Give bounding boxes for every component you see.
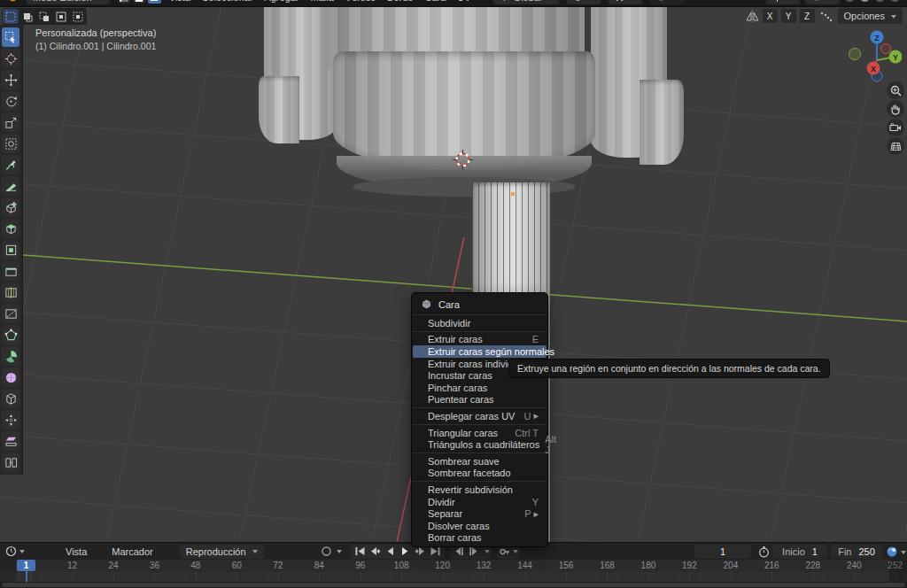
menu-item-sombrear-suave[interactable]: Sombrear suave (412, 455, 547, 468)
menu-item-disolver-caras[interactable]: Disolver caras (412, 520, 547, 532)
playback-dropdown[interactable]: Reproducción (180, 545, 264, 559)
menu-item-extruir-caras-segun-normales[interactable]: Extruir caras según normales (413, 345, 547, 358)
menu-item-pinchar-caras[interactable]: Pinchar caras (412, 382, 547, 394)
mirror-icon[interactable] (746, 11, 759, 22)
playback-sync-select[interactable] (886, 545, 906, 558)
show-gizmo-toggle[interactable] (766, 0, 800, 4)
vertex-select-mode-icon[interactable] (118, 0, 131, 4)
ruler-tick-label: 96 (355, 561, 365, 570)
tool-spin[interactable] (2, 346, 19, 366)
play-reverse-button[interactable] (383, 545, 398, 558)
timeline-menu-marcador[interactable]: Marcador (112, 546, 152, 557)
shading-material-icon[interactable] (875, 0, 885, 2)
menu-item-puentear-caras[interactable]: Puentear caras (412, 394, 547, 406)
tool-poly-build[interactable] (2, 325, 19, 344)
select-mode-invert-icon[interactable] (53, 9, 69, 24)
start-frame-field[interactable]: Inicio1 (772, 545, 827, 559)
timeline-menu-vista[interactable]: Vista (66, 546, 87, 557)
tool-smooth[interactable] (2, 368, 19, 387)
blender-logo-icon[interactable] (7, 0, 19, 3)
tool-cursor[interactable] (2, 49, 19, 68)
tool-add-cube[interactable] (2, 197, 19, 217)
menu-item-dividir[interactable]: DividirY (412, 496, 547, 508)
menu-malla[interactable]: Malla (311, 0, 334, 3)
tool-scale[interactable] (2, 112, 19, 132)
gizmo-minus-x[interactable] (881, 44, 891, 54)
tool-inset-faces[interactable] (2, 240, 19, 259)
mirror-y-button[interactable]: Y (781, 9, 796, 23)
current-frame-field[interactable]: 1 (694, 545, 751, 559)
menu-seleccionar[interactable]: Seleccionar (202, 0, 252, 3)
tool-move[interactable] (2, 70, 19, 89)
mirror-z-button[interactable]: Z (800, 9, 815, 23)
select-mode-new-icon[interactable] (3, 9, 19, 24)
gizmo-minus-y[interactable] (849, 49, 861, 60)
editor-type-select[interactable] (5, 545, 25, 557)
menu-item-sombrear-facetado[interactable]: Sombrear facetado (412, 468, 547, 480)
end-frame-field[interactable]: Fin250 (831, 545, 882, 559)
options-dropdown[interactable]: Opciones (838, 8, 903, 24)
snap-toggle[interactable] (609, 0, 642, 4)
face-select-mode-icon[interactable] (148, 0, 161, 4)
timeline-scrollbar[interactable] (0, 582, 907, 588)
menu-item-desplegar-caras-uv[interactable]: Desplegar caras UVU▸ (412, 410, 547, 422)
menu-item-borrar-caras[interactable]: Borrar caras (412, 532, 547, 545)
mirror-x-button[interactable]: X (763, 9, 778, 23)
falloff-icon[interactable] (820, 11, 833, 22)
jump-to-start-button[interactable] (353, 545, 368, 558)
menu-item-triangular-caras[interactable]: Triangular carasCtrl T (412, 427, 547, 439)
select-mode-subtract-icon[interactable] (36, 9, 52, 24)
proportional-edit-toggle[interactable] (650, 0, 684, 4)
tool-rotate[interactable] (2, 91, 19, 111)
prev-keyframe-button[interactable] (368, 545, 383, 558)
select-mode-extend-icon[interactable] (19, 9, 35, 24)
face-icon (421, 298, 432, 310)
tool-shrink-fatten[interactable] (2, 410, 19, 429)
tool-extrude-region[interactable] (2, 219, 19, 238)
tool-shear[interactable] (2, 431, 19, 451)
perspective-toggle-button[interactable] (887, 137, 904, 155)
tool-bevel[interactable] (2, 261, 19, 281)
playhead-frame-label[interactable]: 1 (17, 560, 35, 571)
overlays-toggle[interactable] (805, 0, 840, 4)
menu-vista[interactable]: Vista (169, 0, 190, 3)
shading-wireframe-icon[interactable] (845, 0, 855, 2)
mode-select[interactable]: Modo Edición (27, 0, 110, 4)
menu-item-revertir-subdivision[interactable]: Revertir subdivisión (412, 484, 547, 496)
menu-vertice[interactable]: Vértice (345, 0, 376, 3)
tool-annotate[interactable] (2, 155, 19, 174)
ruler-tick-label: 168 (600, 561, 615, 570)
auto-keying-toggle[interactable] (321, 545, 342, 557)
edge-select-mode-icon[interactable] (133, 0, 146, 4)
timeline-ruler[interactable]: 1224364860728496108120132144156168180192… (0, 560, 907, 588)
navigation-gizmo[interactable]: Z Y X (843, 25, 902, 83)
pan-hand-button[interactable] (887, 100, 904, 118)
tool-rip-region[interactable] (2, 453, 19, 472)
shading-solid-icon[interactable] (860, 0, 870, 2)
tool-edge-slide[interactable] (2, 389, 19, 408)
menu-cara[interactable]: Cara (424, 0, 446, 3)
tool-select-box[interactable] (2, 27, 19, 47)
pivot-point-select[interactable] (567, 0, 601, 4)
main-header: Modo Edición Vista Seleccionar Agregar M… (0, 0, 907, 7)
menu-agregar[interactable]: Agregar (264, 0, 298, 3)
chevron-down-icon (252, 550, 258, 556)
play-button[interactable] (398, 545, 413, 558)
menu-item-subdividir[interactable]: Subdividir (412, 317, 547, 329)
tool-measure[interactable] (2, 176, 19, 196)
menu-item-triangulos-a-cuadrilateros[interactable]: Triángulos a cuadriláterosAlt J (412, 438, 547, 451)
menu-item-extruir-caras[interactable]: Extruir carasE (412, 334, 547, 346)
transform-orientation-select[interactable]: Global (493, 0, 560, 4)
ruler-tick-label: 24 (108, 561, 118, 570)
menu-borde[interactable]: Borde (387, 0, 413, 3)
scrollbar-thumb[interactable] (2, 583, 905, 587)
shading-rendered-icon[interactable] (890, 0, 900, 2)
camera-view-button[interactable] (887, 119, 904, 136)
tool-loop-cut[interactable] (2, 282, 19, 302)
select-mode-intersect-icon[interactable] (70, 9, 86, 24)
menu-item-separar[interactable]: SepararP▸ (412, 507, 547, 520)
tool-transform[interactable] (2, 134, 19, 153)
tool-knife[interactable] (2, 304, 19, 323)
zoom-button[interactable] (887, 81, 904, 99)
menu-uv[interactable]: UV (457, 0, 470, 3)
